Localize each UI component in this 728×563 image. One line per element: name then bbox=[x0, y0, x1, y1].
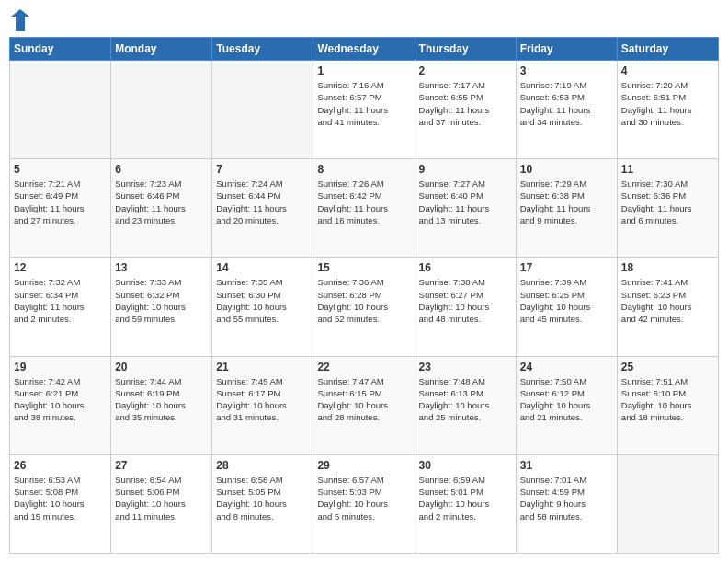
day-number: 27 bbox=[115, 459, 208, 472]
day-number: 24 bbox=[520, 361, 613, 373]
calendar-cell: 16Sunrise: 7:38 AM Sunset: 6:27 PM Dayli… bbox=[415, 258, 516, 356]
day-info: Sunrise: 7:41 AM Sunset: 6:23 PM Dayligh… bbox=[621, 276, 714, 325]
calendar-cell: 20Sunrise: 7:44 AM Sunset: 6:19 PM Dayli… bbox=[111, 356, 212, 454]
day-number: 9 bbox=[419, 163, 512, 176]
calendar-cell: 26Sunrise: 6:53 AM Sunset: 5:08 PM Dayli… bbox=[10, 454, 111, 553]
day-info: Sunrise: 7:48 AM Sunset: 6:13 PM Dayligh… bbox=[419, 375, 512, 424]
day-info: Sunrise: 7:16 AM Sunset: 6:57 PM Dayligh… bbox=[317, 79, 410, 128]
calendar-cell: 8Sunrise: 7:26 AM Sunset: 6:42 PM Daylig… bbox=[313, 159, 415, 258]
weekday-header-monday: Monday bbox=[111, 38, 212, 61]
day-number: 31 bbox=[520, 459, 613, 472]
day-number: 6 bbox=[115, 163, 208, 176]
day-info: Sunrise: 7:24 AM Sunset: 6:44 PM Dayligh… bbox=[216, 178, 309, 226]
day-number: 25 bbox=[621, 361, 714, 373]
calendar-cell: 13Sunrise: 7:33 AM Sunset: 6:32 PM Dayli… bbox=[111, 258, 212, 356]
weekday-header-row: SundayMondayTuesdayWednesdayThursdayFrid… bbox=[10, 38, 719, 61]
calendar-cell: 1Sunrise: 7:16 AM Sunset: 6:57 PM Daylig… bbox=[313, 61, 415, 159]
day-info: Sunrise: 7:44 AM Sunset: 6:19 PM Dayligh… bbox=[115, 375, 208, 424]
day-number: 23 bbox=[419, 361, 512, 373]
calendar-cell: 7Sunrise: 7:24 AM Sunset: 6:44 PM Daylig… bbox=[212, 159, 313, 258]
calendar-week-5: 26Sunrise: 6:53 AM Sunset: 5:08 PM Dayli… bbox=[10, 454, 719, 553]
calendar-week-1: 1Sunrise: 7:16 AM Sunset: 6:57 PM Daylig… bbox=[10, 61, 719, 159]
day-number: 11 bbox=[621, 163, 714, 176]
day-info: Sunrise: 6:53 AM Sunset: 5:08 PM Dayligh… bbox=[14, 474, 107, 523]
day-info: Sunrise: 7:19 AM Sunset: 6:53 PM Dayligh… bbox=[520, 79, 613, 128]
day-info: Sunrise: 7:27 AM Sunset: 6:40 PM Dayligh… bbox=[419, 178, 512, 226]
day-info: Sunrise: 7:26 AM Sunset: 6:42 PM Dayligh… bbox=[317, 178, 410, 226]
day-info: Sunrise: 7:51 AM Sunset: 6:10 PM Dayligh… bbox=[621, 375, 714, 424]
day-info: Sunrise: 7:29 AM Sunset: 6:38 PM Dayligh… bbox=[520, 178, 613, 226]
day-number: 29 bbox=[317, 459, 410, 472]
day-number: 17 bbox=[520, 261, 613, 274]
calendar-cell: 18Sunrise: 7:41 AM Sunset: 6:23 PM Dayli… bbox=[617, 258, 718, 356]
calendar-week-3: 12Sunrise: 7:32 AM Sunset: 6:34 PM Dayli… bbox=[10, 258, 719, 356]
calendar-cell: 27Sunrise: 6:54 AM Sunset: 5:06 PM Dayli… bbox=[111, 454, 212, 553]
day-info: Sunrise: 7:47 AM Sunset: 6:15 PM Dayligh… bbox=[317, 375, 410, 424]
day-number: 18 bbox=[621, 261, 714, 274]
weekday-header-sunday: Sunday bbox=[10, 38, 111, 61]
day-info: Sunrise: 7:23 AM Sunset: 6:46 PM Dayligh… bbox=[115, 178, 208, 226]
day-number: 5 bbox=[14, 163, 107, 176]
day-info: Sunrise: 7:35 AM Sunset: 6:30 PM Dayligh… bbox=[216, 276, 309, 325]
header bbox=[9, 9, 719, 31]
calendar-cell: 29Sunrise: 6:57 AM Sunset: 5:03 PM Dayli… bbox=[313, 454, 415, 553]
logo bbox=[9, 9, 29, 31]
calendar-cell bbox=[111, 61, 212, 159]
calendar-cell: 9Sunrise: 7:27 AM Sunset: 6:40 PM Daylig… bbox=[415, 159, 516, 258]
weekday-header-friday: Friday bbox=[516, 38, 617, 61]
day-info: Sunrise: 7:20 AM Sunset: 6:51 PM Dayligh… bbox=[621, 79, 714, 128]
calendar-cell: 30Sunrise: 6:59 AM Sunset: 5:01 PM Dayli… bbox=[415, 454, 516, 553]
day-info: Sunrise: 7:30 AM Sunset: 6:36 PM Dayligh… bbox=[621, 178, 714, 226]
day-info: Sunrise: 6:54 AM Sunset: 5:06 PM Dayligh… bbox=[115, 474, 208, 523]
day-number: 7 bbox=[216, 163, 309, 176]
day-number: 2 bbox=[419, 64, 512, 77]
day-number: 20 bbox=[115, 361, 208, 373]
day-number: 1 bbox=[317, 64, 410, 77]
calendar-cell: 4Sunrise: 7:20 AM Sunset: 6:51 PM Daylig… bbox=[617, 61, 718, 159]
calendar-cell: 11Sunrise: 7:30 AM Sunset: 6:36 PM Dayli… bbox=[617, 159, 718, 258]
day-number: 28 bbox=[216, 459, 309, 472]
day-number: 30 bbox=[419, 459, 512, 472]
calendar-cell bbox=[212, 61, 313, 159]
day-number: 4 bbox=[621, 64, 714, 77]
day-info: Sunrise: 6:56 AM Sunset: 5:05 PM Dayligh… bbox=[216, 474, 309, 523]
day-number: 22 bbox=[317, 361, 410, 373]
calendar-cell: 14Sunrise: 7:35 AM Sunset: 6:30 PM Dayli… bbox=[212, 258, 313, 356]
day-info: Sunrise: 7:50 AM Sunset: 6:12 PM Dayligh… bbox=[520, 375, 613, 424]
day-info: Sunrise: 7:01 AM Sunset: 4:59 PM Dayligh… bbox=[520, 474, 613, 523]
day-info: Sunrise: 7:33 AM Sunset: 6:32 PM Dayligh… bbox=[115, 276, 208, 325]
calendar-table: SundayMondayTuesdayWednesdayThursdayFrid… bbox=[9, 37, 719, 554]
day-info: Sunrise: 7:45 AM Sunset: 6:17 PM Dayligh… bbox=[216, 375, 309, 424]
logo-icon bbox=[11, 9, 29, 31]
day-info: Sunrise: 7:38 AM Sunset: 6:27 PM Dayligh… bbox=[419, 276, 512, 325]
calendar-week-4: 19Sunrise: 7:42 AM Sunset: 6:21 PM Dayli… bbox=[10, 356, 719, 454]
day-info: Sunrise: 7:21 AM Sunset: 6:49 PM Dayligh… bbox=[14, 178, 107, 226]
calendar-cell: 21Sunrise: 7:45 AM Sunset: 6:17 PM Dayli… bbox=[212, 356, 313, 454]
calendar-cell: 31Sunrise: 7:01 AM Sunset: 4:59 PM Dayli… bbox=[516, 454, 617, 553]
day-info: Sunrise: 7:42 AM Sunset: 6:21 PM Dayligh… bbox=[14, 375, 107, 424]
calendar-cell: 15Sunrise: 7:36 AM Sunset: 6:28 PM Dayli… bbox=[313, 258, 415, 356]
calendar-week-2: 5Sunrise: 7:21 AM Sunset: 6:49 PM Daylig… bbox=[10, 159, 719, 258]
day-info: Sunrise: 7:32 AM Sunset: 6:34 PM Dayligh… bbox=[14, 276, 107, 325]
calendar-cell: 12Sunrise: 7:32 AM Sunset: 6:34 PM Dayli… bbox=[10, 258, 111, 356]
day-number: 3 bbox=[520, 64, 613, 77]
calendar-cell: 3Sunrise: 7:19 AM Sunset: 6:53 PM Daylig… bbox=[516, 61, 617, 159]
weekday-header-wednesday: Wednesday bbox=[313, 38, 415, 61]
day-number: 21 bbox=[216, 361, 309, 373]
weekday-header-tuesday: Tuesday bbox=[212, 38, 313, 61]
day-number: 8 bbox=[317, 163, 410, 176]
svg-marker-0 bbox=[11, 9, 29, 31]
calendar-cell: 5Sunrise: 7:21 AM Sunset: 6:49 PM Daylig… bbox=[10, 159, 111, 258]
calendar-cell: 25Sunrise: 7:51 AM Sunset: 6:10 PM Dayli… bbox=[617, 356, 718, 454]
calendar-cell bbox=[617, 454, 718, 553]
day-info: Sunrise: 6:59 AM Sunset: 5:01 PM Dayligh… bbox=[419, 474, 512, 523]
calendar-cell: 28Sunrise: 6:56 AM Sunset: 5:05 PM Dayli… bbox=[212, 454, 313, 553]
day-info: Sunrise: 7:17 AM Sunset: 6:55 PM Dayligh… bbox=[419, 79, 512, 128]
calendar-cell: 17Sunrise: 7:39 AM Sunset: 6:25 PM Dayli… bbox=[516, 258, 617, 356]
calendar-cell: 22Sunrise: 7:47 AM Sunset: 6:15 PM Dayli… bbox=[313, 356, 415, 454]
day-number: 12 bbox=[14, 261, 107, 274]
day-number: 14 bbox=[216, 261, 309, 274]
calendar-cell: 23Sunrise: 7:48 AM Sunset: 6:13 PM Dayli… bbox=[415, 356, 516, 454]
calendar-cell: 10Sunrise: 7:29 AM Sunset: 6:38 PM Dayli… bbox=[516, 159, 617, 258]
calendar-cell bbox=[10, 61, 111, 159]
